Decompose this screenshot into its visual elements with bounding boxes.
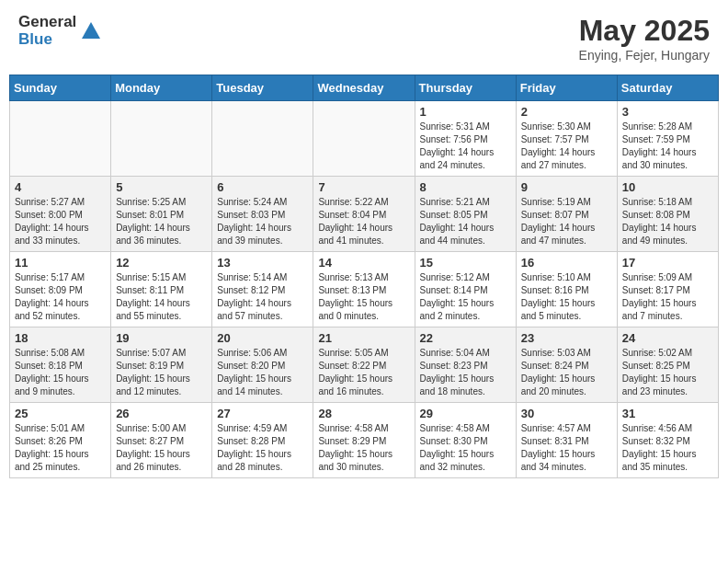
calendar-cell: 2Sunrise: 5:30 AMSunset: 7:57 PMDaylight… — [516, 101, 617, 177]
calendar-cell: 1Sunrise: 5:31 AMSunset: 7:56 PMDaylight… — [415, 101, 516, 177]
day-number: 12 — [116, 256, 207, 270]
day-number: 22 — [420, 331, 511, 345]
calendar-cell: 18Sunrise: 5:08 AMSunset: 8:18 PMDayligh… — [10, 327, 111, 403]
day-info: Sunrise: 5:24 AMSunset: 8:03 PMDaylight:… — [217, 196, 308, 247]
day-number: 14 — [318, 256, 409, 270]
day-info: Sunrise: 5:21 AMSunset: 8:05 PMDaylight:… — [420, 196, 511, 247]
calendar-cell: 5Sunrise: 5:25 AMSunset: 8:01 PMDaylight… — [111, 177, 212, 252]
day-info: Sunrise: 5:14 AMSunset: 8:12 PMDaylight:… — [217, 271, 308, 323]
calendar-cell: 22Sunrise: 5:04 AMSunset: 8:23 PMDayligh… — [415, 327, 516, 403]
day-number: 10 — [622, 180, 713, 194]
location-subtitle: Enying, Fejer, Hungary — [579, 48, 710, 63]
calendar-cell: 13Sunrise: 5:14 AMSunset: 8:12 PMDayligh… — [212, 252, 313, 327]
day-info: Sunrise: 5:17 AMSunset: 8:09 PMDaylight:… — [15, 271, 106, 323]
day-number: 20 — [217, 331, 308, 345]
day-number: 30 — [521, 407, 612, 420]
day-info: Sunrise: 5:03 AMSunset: 8:24 PMDaylight:… — [521, 347, 612, 398]
day-info: Sunrise: 5:31 AMSunset: 7:56 PMDaylight:… — [420, 121, 511, 172]
day-number: 28 — [318, 407, 409, 420]
day-number: 18 — [15, 331, 106, 345]
day-info: Sunrise: 4:56 AMSunset: 8:32 PMDaylight:… — [622, 422, 713, 474]
calendar-cell: 21Sunrise: 5:05 AMSunset: 8:22 PMDayligh… — [313, 327, 415, 403]
day-number: 25 — [15, 407, 106, 420]
day-info: Sunrise: 5:30 AMSunset: 7:57 PMDaylight:… — [521, 121, 612, 172]
calendar-cell: 7Sunrise: 5:22 AMSunset: 8:04 PMDaylight… — [313, 177, 415, 252]
day-number: 17 — [622, 256, 713, 270]
day-number: 27 — [217, 407, 308, 420]
calendar-cell: 4Sunrise: 5:27 AMSunset: 8:00 PMDaylight… — [10, 177, 111, 252]
day-info: Sunrise: 5:07 AMSunset: 8:19 PMDaylight:… — [116, 347, 207, 398]
calendar-cell: 15Sunrise: 5:12 AMSunset: 8:14 PMDayligh… — [415, 252, 516, 327]
calendar-cell: 23Sunrise: 5:03 AMSunset: 8:24 PMDayligh… — [516, 327, 617, 403]
calendar-cell: 12Sunrise: 5:15 AMSunset: 8:11 PMDayligh… — [111, 252, 212, 327]
day-number: 3 — [622, 105, 713, 119]
logo: General Blue — [18, 14, 104, 48]
day-info: Sunrise: 5:01 AMSunset: 8:26 PMDaylight:… — [15, 422, 106, 474]
day-number: 24 — [622, 331, 713, 345]
month-title: May 2025 — [579, 14, 710, 48]
day-info: Sunrise: 5:18 AMSunset: 8:08 PMDaylight:… — [622, 196, 713, 247]
calendar-cell — [10, 101, 111, 177]
day-info: Sunrise: 5:05 AMSunset: 8:22 PMDaylight:… — [318, 347, 409, 398]
calendar-cell — [313, 101, 415, 177]
day-number: 31 — [622, 407, 713, 420]
day-info: Sunrise: 4:58 AMSunset: 8:30 PMDaylight:… — [420, 422, 511, 474]
day-info: Sunrise: 5:12 AMSunset: 8:14 PMDaylight:… — [420, 271, 511, 323]
day-number: 15 — [420, 256, 511, 270]
day-info: Sunrise: 5:02 AMSunset: 8:25 PMDaylight:… — [622, 347, 713, 398]
title-block: May 2025 Enying, Fejer, Hungary — [579, 14, 710, 63]
col-header-saturday: Saturday — [617, 75, 718, 101]
day-number: 5 — [116, 180, 207, 194]
day-info: Sunrise: 5:08 AMSunset: 8:18 PMDaylight:… — [15, 347, 106, 398]
calendar-cell: 24Sunrise: 5:02 AMSunset: 8:25 PMDayligh… — [617, 327, 718, 403]
day-number: 7 — [318, 180, 409, 194]
calendar-cell: 8Sunrise: 5:21 AMSunset: 8:05 PMDaylight… — [415, 177, 516, 252]
week-row-3: 11Sunrise: 5:17 AMSunset: 8:09 PMDayligh… — [10, 252, 719, 327]
calendar-cell: 19Sunrise: 5:07 AMSunset: 8:19 PMDayligh… — [111, 327, 212, 403]
col-header-sunday: Sunday — [10, 75, 111, 101]
day-info: Sunrise: 4:58 AMSunset: 8:29 PMDaylight:… — [318, 422, 409, 474]
calendar-cell: 28Sunrise: 4:58 AMSunset: 8:29 PMDayligh… — [313, 403, 415, 478]
day-info: Sunrise: 5:00 AMSunset: 8:27 PMDaylight:… — [116, 422, 207, 474]
calendar-header-row: SundayMondayTuesdayWednesdayThursdayFrid… — [10, 75, 719, 101]
day-info: Sunrise: 5:10 AMSunset: 8:16 PMDaylight:… — [521, 271, 612, 323]
calendar-cell: 16Sunrise: 5:10 AMSunset: 8:16 PMDayligh… — [516, 252, 617, 327]
day-number: 19 — [116, 331, 207, 345]
day-number: 26 — [116, 407, 207, 420]
day-number: 9 — [521, 180, 612, 194]
day-info: Sunrise: 5:04 AMSunset: 8:23 PMDaylight:… — [420, 347, 511, 398]
col-header-wednesday: Wednesday — [313, 75, 415, 101]
day-number: 8 — [420, 180, 511, 194]
day-info: Sunrise: 5:27 AMSunset: 8:00 PMDaylight:… — [15, 196, 106, 247]
day-number: 2 — [521, 105, 612, 119]
calendar-cell: 20Sunrise: 5:06 AMSunset: 8:20 PMDayligh… — [212, 327, 313, 403]
day-info: Sunrise: 5:13 AMSunset: 8:13 PMDaylight:… — [318, 271, 409, 323]
svg-marker-0 — [82, 22, 100, 39]
logo-line2: Blue — [18, 31, 76, 49]
calendar-table: SundayMondayTuesdayWednesdayThursdayFrid… — [9, 75, 719, 478]
day-info: Sunrise: 4:57 AMSunset: 8:31 PMDaylight:… — [521, 422, 612, 474]
calendar-cell: 9Sunrise: 5:19 AMSunset: 8:07 PMDaylight… — [516, 177, 617, 252]
calendar-cell: 31Sunrise: 4:56 AMSunset: 8:32 PMDayligh… — [617, 403, 718, 478]
calendar-cell: 3Sunrise: 5:28 AMSunset: 7:59 PMDaylight… — [617, 101, 718, 177]
calendar-cell: 17Sunrise: 5:09 AMSunset: 8:17 PMDayligh… — [617, 252, 718, 327]
week-row-4: 18Sunrise: 5:08 AMSunset: 8:18 PMDayligh… — [10, 327, 719, 403]
day-number: 23 — [521, 331, 612, 345]
day-number: 16 — [521, 256, 612, 270]
day-number: 6 — [217, 180, 308, 194]
day-info: Sunrise: 5:06 AMSunset: 8:20 PMDaylight:… — [217, 347, 308, 398]
col-header-friday: Friday — [516, 75, 617, 101]
calendar-cell: 14Sunrise: 5:13 AMSunset: 8:13 PMDayligh… — [313, 252, 415, 327]
calendar-cell: 10Sunrise: 5:18 AMSunset: 8:08 PMDayligh… — [617, 177, 718, 252]
page-header: General Blue May 2025 Enying, Fejer, Hun… — [9, 9, 719, 67]
col-header-monday: Monday — [111, 75, 212, 101]
calendar-cell: 27Sunrise: 4:59 AMSunset: 8:28 PMDayligh… — [212, 403, 313, 478]
day-info: Sunrise: 5:22 AMSunset: 8:04 PMDaylight:… — [318, 196, 409, 247]
day-info: Sunrise: 5:09 AMSunset: 8:17 PMDaylight:… — [622, 271, 713, 323]
day-info: Sunrise: 5:28 AMSunset: 7:59 PMDaylight:… — [622, 121, 713, 172]
day-info: Sunrise: 4:59 AMSunset: 8:28 PMDaylight:… — [217, 422, 308, 474]
col-header-tuesday: Tuesday — [212, 75, 313, 101]
calendar-cell: 11Sunrise: 5:17 AMSunset: 8:09 PMDayligh… — [10, 252, 111, 327]
calendar-cell: 29Sunrise: 4:58 AMSunset: 8:30 PMDayligh… — [415, 403, 516, 478]
day-info: Sunrise: 5:15 AMSunset: 8:11 PMDaylight:… — [116, 271, 207, 323]
